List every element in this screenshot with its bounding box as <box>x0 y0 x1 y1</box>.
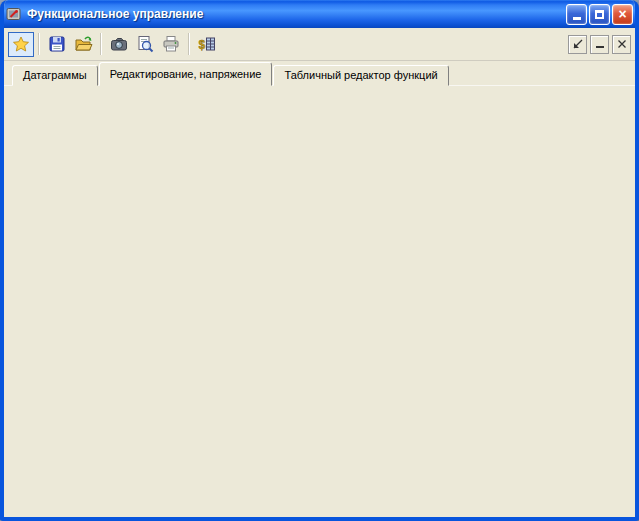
camera-icon <box>110 35 128 53</box>
toolbar-separator <box>100 33 102 55</box>
cross-icon <box>616 38 628 50</box>
print-button[interactable] <box>158 32 184 57</box>
minimize-icon <box>573 17 581 20</box>
snapshot-button[interactable] <box>106 32 132 57</box>
tab-editing-voltage[interactable]: Редактирование, напряжение <box>99 62 273 86</box>
folder-open-icon <box>74 35 93 53</box>
close-button[interactable]: × <box>612 4 633 25</box>
rollup-icon <box>572 38 584 50</box>
print-preview-icon <box>136 35 154 53</box>
main-toolbar: $ <box>4 28 635 61</box>
money-table-icon: $ <box>198 35 216 53</box>
close-icon: × <box>618 7 626 21</box>
star-icon <box>12 35 30 53</box>
tab-page <box>4 85 635 517</box>
printer-icon <box>162 35 180 53</box>
dash-icon <box>594 38 606 50</box>
tab-bar: Датаграммы Редактирование, напряжение Та… <box>12 62 450 86</box>
new-button[interactable] <box>8 32 34 57</box>
cost-button[interactable]: $ <box>194 32 220 57</box>
svg-text:$: $ <box>199 38 206 52</box>
open-button[interactable] <box>70 32 96 57</box>
minimize-panel-button[interactable] <box>590 35 609 54</box>
app-icon <box>6 6 22 22</box>
floppy-icon <box>48 35 66 53</box>
save-button[interactable] <box>44 32 70 57</box>
minimize-button[interactable] <box>566 4 587 25</box>
rollup-button[interactable] <box>568 35 587 54</box>
maximize-button[interactable] <box>589 4 610 25</box>
title-bar[interactable]: Функциональное управление × <box>0 0 639 28</box>
print-preview-button[interactable] <box>132 32 158 57</box>
app-window: Функциональное управление × <box>0 0 639 521</box>
toolbar-separator <box>188 33 190 55</box>
maximize-icon <box>595 10 604 19</box>
tab-datagrams[interactable]: Датаграммы <box>12 65 98 86</box>
close-panel-button[interactable] <box>612 35 631 54</box>
window-title: Функциональное управление <box>27 7 564 21</box>
tab-table-editor[interactable]: Табличный редактор функций <box>273 65 448 86</box>
toolbar-separator <box>38 33 40 55</box>
